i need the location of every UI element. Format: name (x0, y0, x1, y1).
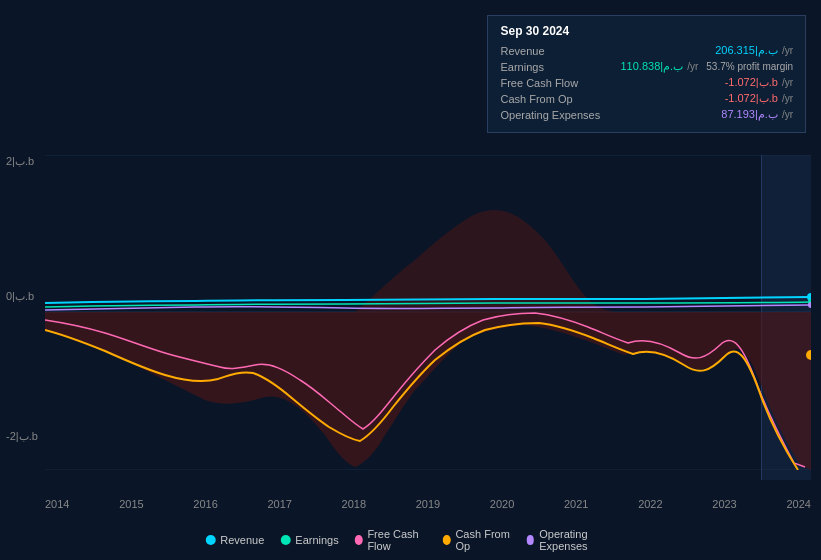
opex-val: 87.193|ب.م (721, 108, 778, 121)
legend-cashop-label: Cash From Op (455, 528, 510, 552)
tooltip-cashop-row: Cash From Op -1.072|ب.b /yr (500, 92, 793, 105)
x-label-2023: 2023 (712, 498, 736, 510)
tooltip-panel: Sep 30 2024 Revenue 206.315|ب.م /yr Earn… (487, 15, 806, 133)
legend-opex[interactable]: Operating Expenses (527, 528, 616, 552)
tooltip-opex-row: Operating Expenses 87.193|ب.م /yr (500, 108, 793, 121)
y-label-mid: 0|ب.b (6, 290, 34, 303)
x-label-2019: 2019 (416, 498, 440, 510)
x-label-2021: 2021 (564, 498, 588, 510)
tooltip-revenue-label: Revenue (500, 45, 620, 57)
profit-margin: 53.7% profit margin (706, 61, 793, 72)
tooltip-opex-label: Operating Expenses (500, 109, 620, 121)
negative-fill (45, 312, 811, 470)
tooltip-earnings-label: Earnings (500, 61, 620, 73)
x-label-2020: 2020 (490, 498, 514, 510)
fcf-val: -1.072|ب.b (725, 76, 778, 89)
x-label-2017: 2017 (267, 498, 291, 510)
legend-earnings-dot (280, 535, 290, 545)
tooltip-revenue-row: Revenue 206.315|ب.م /yr (500, 44, 793, 57)
x-label-2022: 2022 (638, 498, 662, 510)
tooltip-fcf-row: Free Cash Flow -1.072|ب.b /yr (500, 76, 793, 89)
x-axis: 2014 2015 2016 2017 2018 2019 2020 2021 … (45, 498, 811, 510)
tooltip-fcf-value: -1.072|ب.b /yr (725, 76, 793, 89)
tooltip-fcf-label: Free Cash Flow (500, 77, 620, 89)
legend-cashop-dot (443, 535, 451, 545)
y-label-bot: -2|ب.b (6, 430, 38, 443)
legend-opex-dot (527, 535, 535, 545)
y-label-top: 2|ب.b (6, 155, 34, 168)
x-label-2024: 2024 (786, 498, 810, 510)
legend-revenue-label: Revenue (220, 534, 264, 546)
legend-cashop[interactable]: Cash From Op (443, 528, 511, 552)
tooltip-revenue-value: 206.315|ب.م /yr (715, 44, 793, 57)
legend-revenue-dot (205, 535, 215, 545)
legend-fcf-dot (355, 535, 363, 545)
legend-fcf-label: Free Cash Flow (367, 528, 426, 552)
legend-earnings[interactable]: Earnings (280, 534, 338, 546)
legend: Revenue Earnings Free Cash Flow Cash Fro… (205, 528, 616, 552)
revenue-unit: /yr (782, 45, 793, 56)
opex-unit: /yr (782, 109, 793, 120)
tooltip-opex-value: 87.193|ب.م /yr (721, 108, 793, 121)
legend-opex-label: Operating Expenses (539, 528, 616, 552)
legend-revenue[interactable]: Revenue (205, 534, 264, 546)
positive-fill (355, 210, 615, 312)
x-label-2018: 2018 (342, 498, 366, 510)
tooltip-cashop-label: Cash From Op (500, 93, 620, 105)
cashop-val: -1.072|ب.b (725, 92, 778, 105)
tooltip-earnings-row: Earnings 110.838|ب.م /yr 53.7% profit ma… (500, 60, 793, 73)
revenue-val: 206.315|ب.م (715, 44, 778, 57)
chart-svg (45, 155, 811, 470)
fcf-unit: /yr (782, 77, 793, 88)
earnings-val: 110.838|ب.م (620, 60, 683, 73)
earnings-unit: /yr (687, 61, 698, 72)
legend-earnings-label: Earnings (295, 534, 338, 546)
tooltip-earnings-value: 110.838|ب.م /yr 53.7% profit margin (620, 60, 793, 73)
tooltip-cashop-value: -1.072|ب.b /yr (725, 92, 793, 105)
x-label-2014: 2014 (45, 498, 69, 510)
x-label-2016: 2016 (193, 498, 217, 510)
x-label-2015: 2015 (119, 498, 143, 510)
legend-fcf[interactable]: Free Cash Flow (355, 528, 427, 552)
cashop-unit: /yr (782, 93, 793, 104)
tooltip-date: Sep 30 2024 (500, 24, 793, 38)
